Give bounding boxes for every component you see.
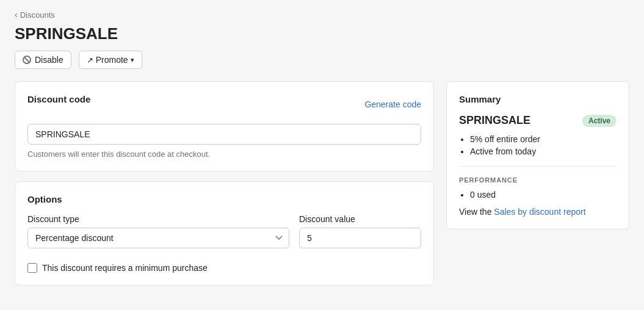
performance-item: 0 used bbox=[470, 190, 617, 200]
discount-code-title: Discount code bbox=[27, 94, 90, 104]
min-purchase-row: This discount requires a minimum purchas… bbox=[27, 261, 421, 273]
page-title: SPRINGSALE bbox=[15, 24, 629, 43]
min-purchase-checkbox[interactable] bbox=[27, 263, 37, 273]
report-prefix: View the bbox=[459, 207, 494, 217]
breadcrumb-label: Discounts bbox=[20, 10, 55, 20]
options-title: Options bbox=[27, 194, 421, 204]
discount-code-input[interactable] bbox=[27, 124, 421, 145]
disable-button[interactable]: Disable bbox=[15, 51, 71, 69]
promote-label: Promote bbox=[96, 55, 128, 65]
discount-type-select[interactable]: Percentage discountFixed amount discount… bbox=[27, 228, 289, 248]
performance-list: 0 used bbox=[459, 190, 617, 200]
summary-code-row: SPRINGSALE Active bbox=[459, 114, 617, 127]
disable-icon bbox=[23, 56, 31, 64]
summary-detail-item: 5% off entire order bbox=[470, 134, 617, 144]
discount-code-hint: Customers will enter this discount code … bbox=[27, 150, 421, 159]
min-purchase-label: This discount requires a minimum purchas… bbox=[42, 263, 208, 273]
discount-type-group: Discount type Percentage discountFixed a… bbox=[27, 214, 289, 248]
back-arrow-icon: ‹ bbox=[15, 10, 18, 20]
summary-title: Summary bbox=[459, 94, 617, 104]
main-layout: Discount code Generate code Customers wi… bbox=[15, 81, 629, 286]
summary-detail-item: Active from today bbox=[470, 146, 617, 156]
status-badge: Active bbox=[582, 115, 617, 127]
report-link-row: View the Sales by discount report bbox=[459, 207, 617, 217]
summary-details-list: 5% off entire order Active from today bbox=[459, 134, 617, 156]
discount-code-card-header: Discount code Generate code bbox=[27, 94, 421, 114]
promote-chevron-icon: ▾ bbox=[131, 56, 134, 64]
back-link[interactable]: ‹ Discounts bbox=[15, 10, 55, 20]
discount-value-input[interactable] bbox=[300, 228, 421, 248]
discount-value-input-wrap: % bbox=[299, 228, 421, 248]
left-column: Discount code Generate code Customers wi… bbox=[15, 81, 434, 286]
section-divider bbox=[459, 166, 617, 167]
discount-code-card: Discount code Generate code Customers wi… bbox=[15, 81, 434, 171]
summary-card: Summary SPRINGSALE Active 5% off entire … bbox=[446, 81, 629, 229]
discount-type-label: Discount type bbox=[27, 214, 289, 224]
promote-button[interactable]: ↗ Promote ▾ bbox=[79, 51, 142, 69]
disable-label: Disable bbox=[35, 55, 63, 65]
generate-code-link[interactable]: Generate code bbox=[364, 99, 421, 109]
promote-icon: ↗ bbox=[87, 56, 93, 65]
discount-value-group: Discount value % bbox=[299, 214, 421, 248]
discount-value-label: Discount value bbox=[299, 214, 421, 224]
right-column: Summary SPRINGSALE Active 5% off entire … bbox=[446, 81, 629, 229]
action-bar: Disable ↗ Promote ▾ bbox=[15, 51, 629, 69]
performance-title: PERFORMANCE bbox=[459, 176, 617, 184]
summary-code: SPRINGSALE bbox=[459, 114, 530, 127]
sales-by-discount-report-link[interactable]: Sales by discount report bbox=[494, 207, 585, 217]
options-grid: Discount type Percentage discountFixed a… bbox=[27, 214, 421, 248]
options-card: Options Discount type Percentage discoun… bbox=[15, 181, 434, 286]
